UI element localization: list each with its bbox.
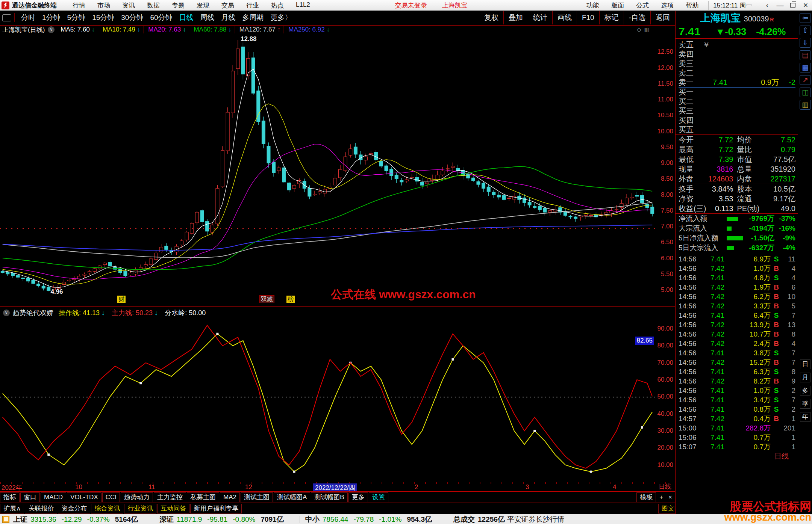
menubar-item-5[interactable]: 发现 [197, 1, 209, 10]
menubar-item-3[interactable]: 数据 [147, 1, 160, 10]
indicator-tab-3[interactable]: VOL-TDX [67, 492, 102, 502]
close-pane-icon[interactable]: × [666, 494, 675, 501]
quote-board-icon[interactable]: ▤ [800, 50, 811, 60]
down-arrow-icon[interactable]: ⇩ [800, 38, 811, 48]
close-button[interactable]: × [799, 0, 812, 10]
indicator-tab-8[interactable]: MA2 [220, 492, 240, 502]
up-arrow-icon[interactable]: ⇧ [800, 26, 811, 35]
period-shortcut-0[interactable]: 日 [800, 359, 810, 369]
period-shortcut-4[interactable]: 年 [800, 412, 810, 422]
event-badge-shuangjian[interactable]: 双减 [259, 295, 274, 303]
report-icon[interactable]: ▥ [800, 100, 811, 110]
indicator-tab-7[interactable]: 私募主图 [187, 492, 219, 502]
indicator-tab-12[interactable]: 更多 [348, 492, 368, 502]
menubar-right-item-0[interactable]: 功能 [586, 1, 599, 10]
period-tab-10[interactable]: 更多〉 [271, 13, 292, 23]
menubar-right-item-2[interactable]: 公式 [636, 1, 649, 10]
chevron-down-icon[interactable]: ∨ [48, 26, 55, 33]
status-bar: 上证3315.36-12.29-0.37%5164亿深证11871.9-95.8… [0, 514, 812, 524]
layout-split-icon[interactable] [2, 14, 11, 21]
info-tab-5[interactable]: 互动问答 [157, 504, 189, 513]
indicator-axis-label: 20.00 [657, 444, 673, 452]
toolbar-button-6[interactable]: -自选 [624, 11, 650, 24]
add-pane-icon[interactable]: + [657, 494, 666, 501]
restore-button[interactable] [786, 1, 799, 9]
info-tab-4[interactable]: 行业资讯 [124, 504, 156, 513]
indicator-tab-13[interactable]: 设置 [369, 492, 388, 502]
period-tab-3[interactable]: 15分钟 [92, 13, 114, 23]
toolbar-button-0[interactable]: 复权 [479, 11, 503, 24]
panel-stock-name[interactable]: 上海凯宝 [700, 11, 741, 25]
indicator-tab-4[interactable]: CCI [102, 492, 120, 502]
nav-back-button[interactable]: ‹ [761, 1, 774, 9]
period-tab-7[interactable]: 周线 [200, 13, 215, 23]
toolbar-button-5[interactable]: 标记 [599, 11, 624, 24]
indicator-tab-0[interactable]: 指标 [0, 492, 20, 502]
menubar-item-4[interactable]: 专题 [172, 1, 185, 10]
panel-stock-code: 300039 [744, 15, 769, 23]
diamond-icon[interactable]: ◇ [637, 26, 644, 33]
trend-chart-icon[interactable]: ↗ [800, 75, 811, 85]
back-arrow-icon[interactable]: ⇦ [800, 13, 811, 23]
toolbar-button-7[interactable]: 返回 [650, 11, 675, 24]
period-tab-6[interactable]: 日线 [179, 13, 194, 23]
market-status-icon[interactable] [2, 516, 9, 523]
menubar-item-1[interactable]: 市场 [97, 1, 110, 10]
period-tab-9[interactable]: 多周期 [242, 13, 264, 23]
info-tab-1[interactable]: 关联报价 [25, 504, 57, 513]
period-shortcut-3[interactable]: 季 [800, 399, 810, 409]
indicator-tab-10[interactable]: 测试幅图A [274, 492, 310, 502]
menubar-item-9[interactable]: L1L2 [296, 1, 310, 10]
period-tab-8[interactable]: 月线 [221, 13, 236, 23]
toolbar-button-1[interactable]: 叠加 [503, 11, 528, 24]
period-tab-2[interactable]: 5分钟 [67, 13, 86, 23]
event-badge-bang[interactable]: 榜 [286, 296, 295, 303]
template-button[interactable]: 模板 [636, 492, 656, 502]
ma-item-3-arrow-icon: ↓ [226, 26, 231, 33]
candle-body [236, 49, 239, 69]
menubar-item-2[interactable]: 资讯 [122, 1, 135, 10]
info-tab-0[interactable]: 扩展∧ [0, 504, 24, 513]
info-tab-3[interactable]: 综合资讯 [91, 504, 123, 513]
index-quote-1[interactable]: 深证11871.9-95.81-0.80%7091亿 [159, 515, 286, 524]
menubar-right-item-1[interactable]: 版面 [611, 1, 624, 10]
indicator-tab-5[interactable]: 趋势动力 [121, 492, 153, 502]
period-shortcut-2[interactable]: 多 [800, 386, 810, 396]
candlestick-chart[interactable]: 12.88 4.96 财 双减 榜 公式在线 www.gszx.com.cn [0, 35, 655, 304]
trade-volume: 1.0万 [724, 386, 771, 396]
menubar-item-0[interactable]: 行情 [73, 1, 85, 10]
indicator-tab-11[interactable]: 测试幅图B [311, 492, 347, 502]
info-tab-6[interactable]: 新用户福利专享 [190, 504, 242, 513]
period-tab-0[interactable]: 分时 [21, 13, 35, 23]
table-icon[interactable]: ▦ [800, 63, 811, 72]
period-tab-5[interactable]: 60分钟 [150, 13, 172, 23]
indicator-chart[interactable]: 82.65 [0, 319, 655, 482]
current-stock-shortcut[interactable]: 上海凯宝 [442, 1, 468, 10]
menubar-item-7[interactable]: 行业 [246, 1, 259, 10]
login-status[interactable]: 交易未登录 [395, 1, 427, 10]
menubar-right-item-3[interactable]: 选项 [661, 1, 674, 10]
period-tab-4[interactable]: 30分钟 [121, 13, 143, 23]
indicator-tab-6[interactable]: 主力监控 [154, 492, 186, 502]
collapse-circle-icon[interactable]: ∨ [3, 310, 10, 316]
menubar-right-item-4[interactable]: 帮助 [686, 1, 698, 10]
indicator-param-2: 分水岭: 50.00 [165, 308, 206, 317]
indicator-tab-1[interactable]: 窗口 [20, 492, 40, 502]
index-quote-0[interactable]: 上证3315.36-12.29-0.37%5164亿 [13, 515, 140, 524]
index-quote-2[interactable]: 中小7856.44-79.78-1.01%954.3亿 [305, 515, 434, 524]
indicator-tab-9[interactable]: 测试主图 [241, 492, 273, 502]
candle-body [124, 271, 127, 276]
menubar-item-8[interactable]: 热点 [271, 1, 284, 10]
indicator-tab-2[interactable]: MACD [41, 492, 66, 502]
toolbar-button-3[interactable]: 画线 [552, 11, 577, 24]
period-tab-1[interactable]: 1分钟 [42, 13, 61, 23]
page-icon[interactable]: ▥ [644, 26, 653, 33]
menubar-item-6[interactable]: 交易 [221, 1, 234, 10]
toolbar-button-2[interactable]: 统计 [528, 11, 552, 24]
period-shortcut-1[interactable]: 月 [800, 373, 810, 382]
toolbar-button-4[interactable]: F10 [577, 11, 599, 24]
minimize-button[interactable]: — [774, 1, 786, 9]
event-badge-cai[interactable]: 财 [117, 296, 126, 303]
info-tab-2[interactable]: 资金分布 [58, 504, 90, 513]
kline-chart-icon[interactable]: ◫ [800, 88, 811, 97]
